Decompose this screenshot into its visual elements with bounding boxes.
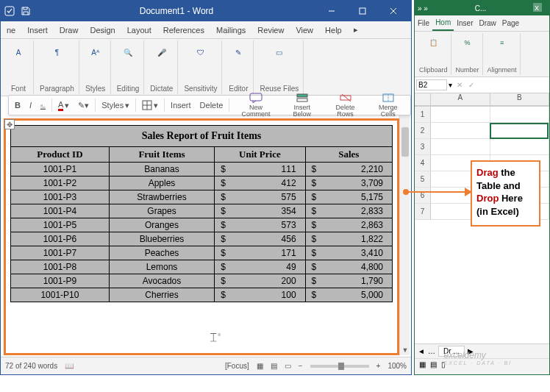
table-header: Fruit Items — [109, 147, 214, 163]
col-header-B[interactable]: B — [490, 93, 550, 106]
tab-insert[interactable]: Insert — [21, 21, 54, 38]
enter-icon[interactable]: ✓ — [465, 81, 477, 89]
insert-button[interactable]: Insert — [168, 99, 194, 111]
paragraph-icon: ¶ — [46, 42, 67, 63]
excel-ribbon: 📋Clipboard%Number≡Alignment — [415, 32, 549, 77]
row-header-5[interactable]: 5 — [415, 171, 431, 188]
table-row[interactable]: 1001-P1Bananas$111$2,210 — [11, 163, 393, 177]
table-move-handle[interactable]: ✥ — [4, 119, 15, 129]
styles-dropdown[interactable]: Styles▾ — [99, 99, 132, 112]
table-row[interactable]: 1001-P7Peaches$171$3,410 — [11, 246, 393, 260]
cell[interactable] — [431, 139, 490, 155]
row-header-4[interactable]: 4 — [415, 155, 431, 171]
vertical-scrollbar[interactable]: ▲ ▼ — [399, 98, 410, 355]
tab-help[interactable]: Help — [319, 21, 348, 38]
word-title: Document1 - Word — [36, 6, 317, 16]
word-count[interactable]: 72 of 240 words — [5, 362, 57, 370]
ribbon-group-reuse-files[interactable]: ▭Reuse Files — [255, 40, 304, 94]
cell[interactable] — [431, 123, 490, 139]
cell[interactable] — [490, 123, 550, 139]
web-layout-icon[interactable]: ▭ — [285, 362, 291, 370]
document-area[interactable]: ✥ Sales Report of Fruit Items Product ID… — [4, 118, 399, 355]
ribbon-group-font[interactable]: AFont — [4, 40, 34, 94]
highlight-icon[interactable]: ✎▾ — [75, 99, 92, 112]
ribbon-group-dictate[interactable]: 🎤Dictate — [146, 40, 178, 94]
excel-chevrons[interactable]: » » — [418, 4, 428, 13]
underline-button[interactable]: ⎁ — [38, 99, 49, 111]
ribbon-group-editing[interactable]: 🔍Editing — [113, 40, 145, 94]
merge-cells-button[interactable]: Merge Cells — [368, 91, 407, 119]
excel-group-alignment[interactable]: ≡Alignment — [485, 33, 521, 75]
cell[interactable] — [490, 107, 550, 123]
row-header-3[interactable]: 3 — [415, 139, 431, 155]
sheet-scroll-left[interactable]: ◄ — [418, 347, 425, 355]
name-box[interactable]: B2 — [416, 79, 447, 90]
ribbon-group-styles[interactable]: AᴬStyles — [81, 40, 111, 94]
excel-group-clipboard[interactable]: 📋Clipboard — [416, 33, 451, 75]
table-grid-icon[interactable]: ▾ — [139, 99, 161, 112]
table-row[interactable]: 1001-P9Avocados$200$1,790 — [11, 274, 393, 288]
instruction-callout: Drag the Table and Drop Here (in Excel) — [471, 160, 540, 227]
excel-tab-hom[interactable]: Hom — [432, 15, 454, 31]
row-header-6[interactable]: 6 — [415, 188, 431, 204]
focus-button[interactable]: [Focus] — [225, 362, 249, 370]
delete-button[interactable]: Delete — [197, 99, 226, 111]
zoom-level[interactable]: 100% — [388, 362, 407, 370]
scroll-thumb[interactable] — [401, 127, 409, 157]
cell[interactable] — [490, 139, 550, 155]
ribbon-group-editor[interactable]: ✎Editor — [224, 40, 254, 94]
tab-view[interactable]: View — [290, 21, 319, 38]
tab-mailings[interactable]: Mailings — [210, 21, 251, 38]
excel-tab-page[interactable]: Page — [499, 15, 522, 31]
tab-design[interactable]: Design — [84, 21, 121, 38]
print-layout-icon[interactable]: ▤ — [271, 362, 277, 370]
table-row[interactable]: 1001-P10Cherries$100$5,000 — [11, 288, 393, 302]
save-icon[interactable] — [20, 5, 32, 17]
row-header-2[interactable]: 2 — [415, 123, 431, 139]
tab-draw[interactable]: Draw — [54, 21, 85, 38]
tab-review[interactable]: Review — [251, 21, 290, 38]
delete-rows-button[interactable]: Delete Rows — [325, 91, 366, 119]
bold-button[interactable]: B — [12, 99, 24, 111]
cell[interactable] — [431, 107, 490, 123]
tab-ne[interactable]: ne — [1, 21, 21, 38]
minimize-button[interactable] — [317, 2, 346, 20]
table-row[interactable]: 1001-P8Lemons$49$4,800 — [11, 260, 393, 274]
row-header-1[interactable]: 1 — [415, 107, 431, 123]
tab-layout[interactable]: Layout — [121, 21, 157, 38]
table-row[interactable]: 1001-P2Apples$412$3,709 — [11, 177, 393, 190]
col-header-A[interactable]: A — [431, 93, 490, 106]
page-layout-icon[interactable]: ▤ — [430, 360, 437, 368]
read-mode-icon[interactable]: ▦ — [257, 362, 263, 370]
ribbon-group-paragraph[interactable]: ¶Paragraph — [35, 40, 79, 94]
tabs-overflow[interactable]: ▸ — [348, 21, 364, 38]
table-row[interactable]: 1001-P4Grapes$354$2,833 — [11, 204, 393, 218]
table-row[interactable]: 1001-P5Oranges$573$2,863 — [11, 218, 393, 232]
sales-table[interactable]: Sales Report of Fruit Items Product IDFr… — [10, 125, 393, 302]
table-row[interactable]: 1001-P6Blueberries$456$1,822 — [11, 232, 393, 246]
table-row[interactable]: 1001-P3Strawberries$575$5,175 — [11, 190, 393, 204]
cancel-icon[interactable]: ✕ — [454, 81, 465, 89]
scroll-down-arrow[interactable]: ▼ — [400, 345, 410, 355]
ribbon-group-sensitivity[interactable]: 🛡Sensitivity — [179, 40, 222, 94]
excel-tab-draw[interactable]: Draw — [476, 15, 499, 31]
excel-tab-file[interactable]: File — [415, 15, 432, 31]
zoom-slider[interactable] — [310, 365, 369, 368]
insert-below-button[interactable]: Insert Below — [282, 91, 322, 119]
excel-group-number[interactable]: %Number — [453, 33, 483, 75]
normal-view-icon[interactable]: ▦ — [419, 360, 426, 368]
select-all-corner[interactable] — [415, 93, 431, 106]
new-comment-button[interactable]: New Comment — [232, 91, 279, 119]
maximize-button[interactable] — [348, 2, 377, 20]
excel-tab-inser[interactable]: Inser — [454, 15, 476, 31]
formula-bar: B2 ▾ ✕ ✓ — [415, 77, 549, 93]
spellcheck-icon[interactable]: 📖 — [65, 362, 74, 370]
tab-references[interactable]: References — [157, 21, 210, 38]
table-header: Unit Price — [215, 147, 305, 163]
table-title: Sales Report of Fruit Items — [11, 126, 393, 147]
italic-button[interactable]: I — [26, 99, 35, 111]
row-header-7[interactable]: 7 — [415, 204, 431, 220]
font-color-icon[interactable]: A▾ — [55, 99, 72, 113]
close-button[interactable] — [379, 2, 408, 20]
sheet-menu[interactable]: … — [428, 347, 435, 355]
